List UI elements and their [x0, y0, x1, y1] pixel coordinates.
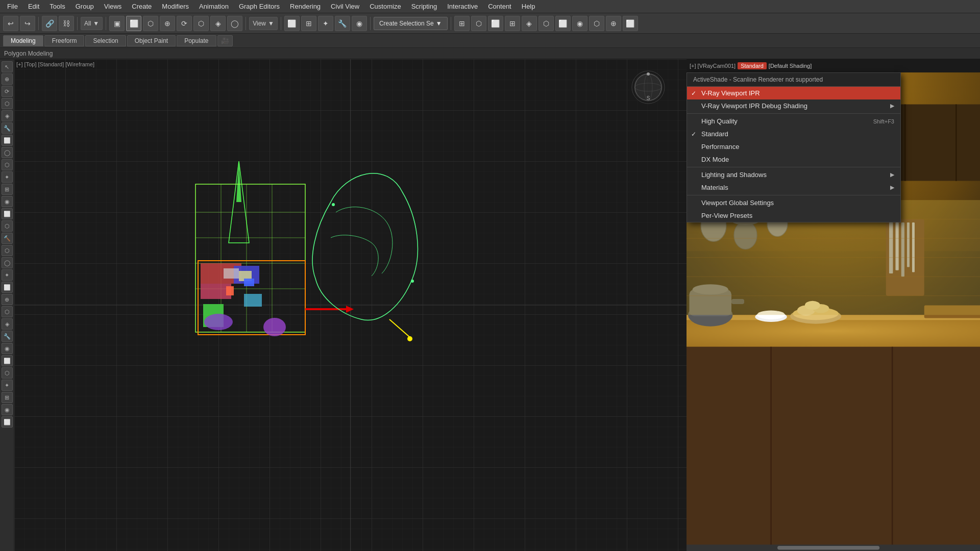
menu-group[interactable]: Group — [70, 0, 99, 13]
sidebar-tool17[interactable]: ⬡ — [2, 306, 13, 317]
menu-rendering[interactable]: Rendering — [285, 0, 326, 13]
tool-c[interactable]: ✦ — [318, 16, 333, 31]
select-filter-dropdown[interactable]: All ▼ — [81, 17, 103, 30]
menu-file[interactable]: File — [2, 0, 23, 13]
tab-freeform[interactable]: Freeform — [44, 35, 85, 46]
tab-object-paint[interactable]: Object Paint — [127, 35, 176, 46]
dropdown-item-dx-mode[interactable]: DX Mode — [687, 153, 900, 166]
separator-7 — [451, 17, 451, 30]
select-rect-button[interactable]: ⬜ — [126, 16, 141, 31]
sidebar-tool10[interactable]: ⬡ — [2, 220, 13, 232]
dropdown-item-viewport-global[interactable]: Viewport Global Settings — [687, 196, 900, 209]
sidebar-tool16[interactable]: ⊕ — [2, 294, 13, 305]
dropdown-vray-debug-label: V-Ray Viewport IPR Debug Shading — [701, 102, 807, 110]
mirror-button[interactable]: ⬡ — [471, 16, 486, 31]
sidebar-tool9[interactable]: ⬜ — [2, 208, 13, 219]
dropdown-item-vray-ipr[interactable]: V-Ray Viewport IPR — [687, 87, 900, 99]
tool-b[interactable]: ⊞ — [301, 16, 316, 31]
viewport-right-header: [+] [VRayCam001] Standard [Default Shadi… — [687, 59, 980, 72]
sidebar-tool4[interactable]: ◯ — [2, 147, 13, 158]
clone-button[interactable]: ◈ — [522, 16, 537, 31]
sidebar-tool7[interactable]: ⊞ — [2, 184, 13, 195]
sidebar-tool26[interactable]: ⬜ — [2, 416, 13, 428]
sidebar-move-icon[interactable]: ⊕ — [2, 73, 13, 85]
view-dropdown[interactable]: View ▼ — [249, 17, 278, 30]
menu-help[interactable]: Help — [517, 0, 541, 13]
dropdown-item-lighting[interactable]: Lighting and Shadows ▶ — [687, 168, 900, 181]
menu-graph-editors[interactable]: Graph Editors — [234, 0, 285, 13]
tab-modeling[interactable]: Modeling — [3, 35, 43, 46]
link-button[interactable]: 🔗 — [42, 16, 57, 31]
tab-populate[interactable]: Populate — [177, 35, 216, 46]
undo-button[interactable]: ↩ — [3, 16, 18, 31]
sidebar-tool5[interactable]: ⬡ — [2, 159, 13, 170]
sidebar-tool15[interactable]: ⬜ — [2, 282, 13, 293]
sidebar-tool12[interactable]: ⬡ — [2, 245, 13, 256]
menu-modifiers[interactable]: Modifiers — [157, 0, 194, 13]
menu-edit[interactable]: Edit — [23, 0, 44, 13]
select-tool1[interactable]: ◈ — [210, 16, 226, 31]
unlink-button[interactable]: ⛓ — [59, 16, 74, 31]
snap-button[interactable]: ⊞ — [454, 16, 470, 31]
standard-shading-button[interactable]: Standard — [738, 62, 767, 69]
menu-tools[interactable]: Tools — [44, 0, 70, 13]
extra3[interactable]: ⬜ — [623, 16, 638, 31]
menu-create[interactable]: Create — [127, 0, 157, 13]
sidebar-tool13[interactable]: ◯ — [2, 257, 13, 268]
dropdown-item-performance[interactable]: Performance — [687, 140, 900, 153]
sidebar-tool23[interactable]: ✦ — [2, 380, 13, 391]
sidebar-tool20[interactable]: ◉ — [2, 343, 13, 354]
svg-point-29 — [263, 318, 286, 336]
dropdown-vray-ipr-label: V-Ray Viewport IPR — [701, 89, 760, 97]
menu-scripting[interactable]: Scripting — [406, 0, 443, 13]
menu-civil-view[interactable]: Civil View — [326, 0, 364, 13]
sidebar-tool19[interactable]: 🔧 — [2, 331, 13, 342]
camera-toggle[interactable]: 🎥 — [217, 35, 233, 46]
sidebar-tool14[interactable]: ✦ — [2, 269, 13, 281]
sidebar-scale-icon[interactable]: ⬡ — [2, 98, 13, 109]
sidebar-tool1[interactable]: ◈ — [2, 110, 13, 121]
ribbon-button[interactable]: ◉ — [572, 16, 587, 31]
select-filter-icon[interactable]: ▣ — [109, 16, 125, 31]
sidebar-tool24[interactable]: ⊞ — [2, 392, 13, 403]
select-tool2[interactable]: ◯ — [227, 16, 242, 31]
dropdown-item-standard[interactable]: Standard — [687, 128, 900, 140]
sidebar-tool8[interactable]: ◉ — [2, 196, 13, 207]
tab-selection[interactable]: Selection — [85, 35, 126, 46]
array-button[interactable]: ⊞ — [505, 16, 520, 31]
create-selection-button[interactable]: Create Selection Se ▼ — [374, 17, 448, 30]
menu-views[interactable]: Views — [99, 0, 127, 13]
menu-content[interactable]: Content — [483, 0, 517, 13]
sidebar-tool3[interactable]: ⬜ — [2, 135, 13, 146]
tool-e[interactable]: ◉ — [352, 16, 367, 31]
select-rotate-button[interactable]: ⟳ — [177, 16, 192, 31]
tool-d[interactable]: 🔧 — [335, 16, 350, 31]
menu-interactive[interactable]: Interactive — [442, 0, 483, 13]
sidebar-tool6[interactable]: ✦ — [2, 171, 13, 183]
redo-button[interactable]: ↪ — [20, 16, 35, 31]
sidebar-tool22[interactable]: ⬡ — [2, 367, 13, 379]
menu-animation[interactable]: Animation — [194, 0, 234, 13]
select-poly-button[interactable]: ⬡ — [143, 16, 158, 31]
sidebar-tool11[interactable]: 🔨 — [2, 233, 13, 244]
select-move-button[interactable]: ⊕ — [160, 16, 175, 31]
layer-button[interactable]: ⬡ — [538, 16, 554, 31]
extra1[interactable]: ⬡ — [589, 16, 604, 31]
sidebar-tool18[interactable]: ◈ — [2, 318, 13, 330]
dropdown-item-high-quality[interactable]: High Quality Shift+F3 — [687, 115, 900, 128]
hierarchy-button[interactable]: ⬜ — [555, 16, 571, 31]
sidebar-tool25[interactable]: ◉ — [2, 404, 13, 415]
dropdown-sep-2 — [687, 167, 900, 167]
select-scale-button[interactable]: ⬡ — [193, 16, 209, 31]
dropdown-item-vray-debug[interactable]: V-Ray Viewport IPR Debug Shading ▶ — [687, 99, 900, 112]
extra2[interactable]: ⊕ — [606, 16, 621, 31]
sidebar-tool2[interactable]: 🔧 — [2, 122, 13, 134]
tool-a[interactable]: ⬜ — [284, 16, 300, 31]
dropdown-item-per-view[interactable]: Per-View Presets — [687, 209, 900, 222]
sidebar-rotate-icon[interactable]: ⟳ — [2, 86, 13, 97]
dropdown-item-materials[interactable]: Materials ▶ — [687, 181, 900, 194]
align-button[interactable]: ⬜ — [488, 16, 503, 31]
menu-customize[interactable]: Customize — [364, 0, 406, 13]
sidebar-tool21[interactable]: ⬜ — [2, 355, 13, 366]
sidebar-select-icon[interactable]: ↖ — [2, 61, 13, 72]
